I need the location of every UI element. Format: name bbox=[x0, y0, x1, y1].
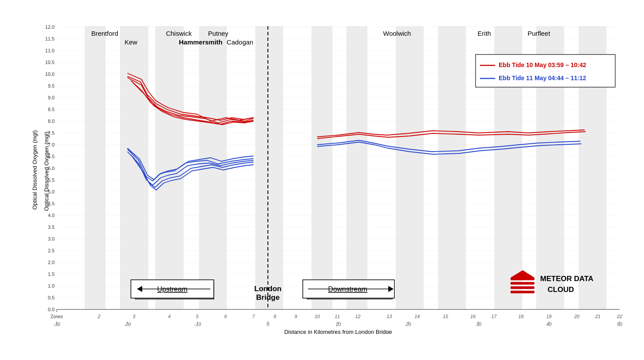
svg-text:0.0: 0.0 bbox=[48, 307, 55, 312]
svg-text:19: 19 bbox=[546, 314, 552, 319]
svg-text:9.5: 9.5 bbox=[48, 83, 55, 88]
svg-text:6: 6 bbox=[224, 314, 227, 319]
svg-text:10: 10 bbox=[336, 322, 341, 327]
svg-rect-132 bbox=[510, 282, 534, 285]
svg-rect-1 bbox=[85, 26, 106, 309]
svg-text:18: 18 bbox=[518, 314, 524, 319]
y-axis-label: Optical Dissolved Oxygen (mgl) bbox=[43, 132, 50, 211]
legend-label-2: Ebb Tide 11 May 04:44 – 11:12 bbox=[499, 75, 586, 82]
upstream-box: Upstream bbox=[131, 280, 214, 298]
legend-label-1: Ebb Tide 10 May 03:59 – 10:42 bbox=[499, 61, 586, 68]
svg-text:50: 50 bbox=[617, 322, 623, 327]
chart-container: Optical Dissolved Oxygen (mgl) bbox=[0, 0, 644, 360]
svg-text:0: 0 bbox=[267, 322, 270, 327]
svg-text:9: 9 bbox=[295, 314, 297, 319]
svg-text:5: 5 bbox=[196, 314, 199, 319]
svg-text:3.5: 3.5 bbox=[48, 224, 55, 230]
svg-text:1.0: 1.0 bbox=[48, 283, 55, 289]
svg-text:4: 4 bbox=[168, 314, 171, 319]
svg-text:Cadogan: Cadogan bbox=[227, 38, 253, 46]
svg-rect-115 bbox=[476, 54, 615, 87]
svg-text:17: 17 bbox=[491, 314, 497, 319]
svg-text:Bridge: Bridge bbox=[256, 293, 280, 302]
svg-text:22: 22 bbox=[617, 314, 622, 319]
svg-text:15: 15 bbox=[443, 314, 449, 319]
svg-text:11.0: 11.0 bbox=[45, 48, 55, 53]
svg-text:12: 12 bbox=[355, 314, 360, 319]
svg-text:3.0: 3.0 bbox=[48, 236, 55, 241]
svg-rect-131 bbox=[510, 278, 534, 280]
svg-rect-4 bbox=[199, 26, 227, 309]
chart-area: Optical Dissolved Oxygen (mgl) bbox=[31, 9, 631, 334]
svg-text:Putney: Putney bbox=[208, 30, 229, 37]
svg-text:Zones: Zones bbox=[51, 314, 63, 319]
svg-text:CLOUD: CLOUD bbox=[548, 285, 574, 294]
svg-text:11: 11 bbox=[335, 314, 340, 319]
svg-text:14: 14 bbox=[414, 314, 420, 319]
svg-rect-134 bbox=[510, 291, 534, 293]
svg-text:Kew: Kew bbox=[124, 38, 137, 46]
svg-text:7: 7 bbox=[252, 314, 255, 319]
svg-text:9.0: 9.0 bbox=[48, 95, 55, 100]
svg-rect-6 bbox=[312, 26, 332, 309]
svg-rect-5 bbox=[255, 26, 283, 309]
svg-text:10.0: 10.0 bbox=[45, 71, 55, 77]
svg-text:2.0: 2.0 bbox=[48, 260, 55, 265]
svg-text:8: 8 bbox=[274, 314, 277, 319]
svg-text:2.5: 2.5 bbox=[48, 248, 55, 253]
svg-text:13: 13 bbox=[387, 314, 392, 319]
svg-text:Hammersmith: Hammersmith bbox=[179, 38, 223, 46]
svg-rect-9 bbox=[438, 26, 466, 309]
x-axis: Zones bbox=[51, 309, 623, 327]
svg-text:4.0: 4.0 bbox=[48, 213, 55, 218]
svg-text:METEOR DATA: METEOR DATA bbox=[540, 275, 593, 283]
svg-rect-8 bbox=[396, 26, 424, 309]
svg-text:-20: -20 bbox=[124, 322, 131, 327]
svg-text:Erith: Erith bbox=[478, 30, 491, 37]
svg-rect-133 bbox=[510, 286, 534, 289]
svg-text:21: 21 bbox=[595, 314, 600, 319]
x-axis-label: Distance in Kilometres from London Bridg… bbox=[284, 329, 392, 334]
svg-text:2: 2 bbox=[97, 314, 100, 319]
svg-text:Woolwich: Woolwich bbox=[383, 30, 411, 37]
svg-text:16: 16 bbox=[470, 314, 476, 319]
svg-text:Chiswick: Chiswick bbox=[166, 30, 192, 37]
svg-text:Upstream: Upstream bbox=[157, 285, 187, 293]
svg-text:10.5: 10.5 bbox=[45, 60, 55, 65]
svg-rect-7 bbox=[346, 26, 367, 309]
svg-text:8.5: 8.5 bbox=[48, 107, 55, 112]
svg-text:Downstream: Downstream bbox=[328, 285, 367, 293]
main-chart-svg: 0.0 0.5 1.0 1.5 2.0 2.5 bbox=[31, 9, 631, 334]
svg-text:12.0: 12.0 bbox=[45, 24, 55, 30]
downstream-box: Downstream bbox=[303, 280, 394, 298]
svg-text:20: 20 bbox=[574, 314, 580, 319]
svg-text:10: 10 bbox=[315, 314, 320, 319]
svg-text:Purfleet: Purfleet bbox=[528, 30, 551, 37]
svg-text:1.5: 1.5 bbox=[48, 272, 55, 277]
svg-text:Brentford: Brentford bbox=[91, 30, 118, 37]
svg-text:40: 40 bbox=[546, 322, 552, 327]
svg-text:0.5: 0.5 bbox=[48, 295, 55, 300]
legend: Ebb Tide 10 May 03:59 – 10:42 Ebb Tide 1… bbox=[476, 54, 615, 87]
y-axis-label-svg: Optical Dissolved Oxygen (mgl) bbox=[31, 130, 38, 210]
london-bridge-label: London Bridge bbox=[254, 285, 281, 302]
svg-text:-30: -30 bbox=[53, 322, 61, 327]
svg-text:3: 3 bbox=[133, 314, 136, 319]
svg-text:-10: -10 bbox=[194, 322, 202, 327]
svg-text:London: London bbox=[254, 285, 281, 293]
svg-text:11.5: 11.5 bbox=[45, 36, 55, 41]
svg-text:30: 30 bbox=[476, 322, 482, 327]
svg-text:8.0: 8.0 bbox=[48, 119, 55, 124]
